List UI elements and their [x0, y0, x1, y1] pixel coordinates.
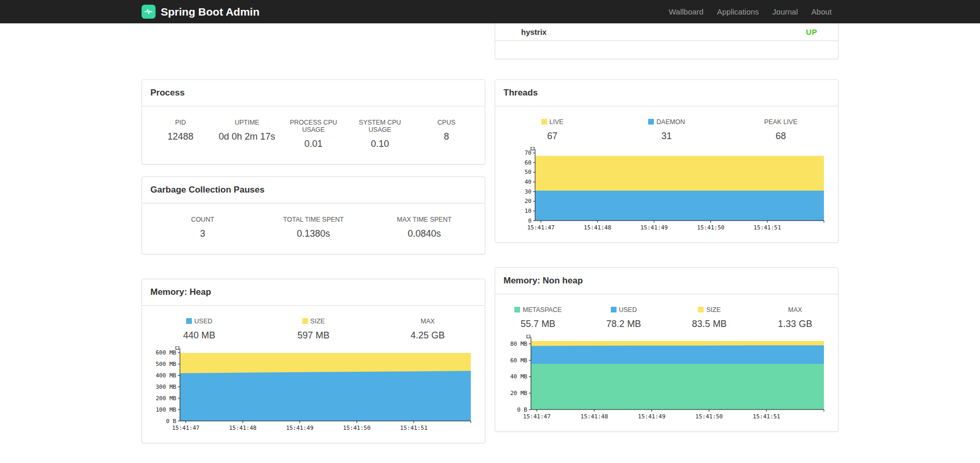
memory-nonheap-panel-title: Memory: Non heap — [495, 268, 838, 294]
nav-item-about[interactable]: About — [805, 7, 838, 16]
legend-value: 597 MB — [256, 330, 370, 341]
svg-text:60: 60 — [525, 159, 531, 166]
metric-uptime: UPTIME 0d 0h 2m 17s — [214, 119, 280, 149]
size-swatch-icon — [302, 318, 308, 324]
svg-text:15:41:49: 15:41:49 — [638, 413, 665, 420]
memory-heap-panel: Memory: Heap USED 440 MB SIZE 597 MB — [142, 279, 485, 443]
svg-text:0: 0 — [528, 217, 531, 224]
metric-value: 0.01 — [280, 139, 346, 149]
application-name: hystrix — [521, 28, 547, 36]
legend-item-live: LIVE 67 — [495, 117, 609, 142]
metric-gc-total-time: TOTAL TIME SPENT 0.1380s — [258, 216, 369, 239]
application-row-hystrix[interactable]: hystrix UP — [495, 23, 838, 41]
threads-legend: LIVE 67 DAEMON 31 PEAK LIVE 68 — [495, 117, 838, 142]
legend-item-metaspace: METASPACE 55.7 MB — [495, 305, 581, 330]
brand[interactable]: Spring Boot Admin — [142, 5, 260, 19]
metric-value: 12488 — [147, 131, 214, 142]
brand-logo-icon — [142, 5, 156, 19]
legend-item-used: USED 440 MB — [142, 316, 256, 341]
threads-panel: Threads LIVE 67 DAEMON 31 PEAK LIVE — [495, 79, 838, 243]
svg-text:0 B: 0 B — [166, 418, 176, 425]
svg-text:15:41:49: 15:41:49 — [640, 224, 668, 231]
svg-text:15:41:50: 15:41:50 — [343, 425, 371, 431]
svg-text:20 MB: 20 MB — [510, 390, 527, 397]
nonheap-chart: 0 B20 MB40 MB60 MB80 MB15:41:4715:41:481… — [503, 335, 830, 423]
svg-text:40: 40 — [525, 179, 531, 185]
process-panel-title: Process — [142, 80, 485, 106]
legend-value: 440 MB — [142, 330, 256, 341]
metric-gc-count: COUNT 3 — [147, 216, 258, 239]
metric-value: 0.0840s — [369, 228, 480, 239]
metric-label: MAX TIME SPENT — [369, 216, 480, 223]
legend-value: 1.33 GB — [752, 319, 838, 330]
brand-title: Spring Boot Admin — [161, 6, 260, 18]
memory-nonheap-panel: Memory: Non heap METASPACE 55.7 MB USED … — [495, 267, 838, 432]
svg-text:70: 70 — [525, 149, 531, 156]
nav-item-applications[interactable]: Applications — [710, 7, 766, 16]
svg-text:15:41:50: 15:41:50 — [695, 413, 723, 420]
applications-panel: hystrix UP — [495, 23, 838, 59]
metric-label: COUNT — [147, 216, 258, 223]
heap-chart: 0 B100 MB200 MB300 MB400 MB500 MB600 MB1… — [150, 346, 477, 434]
gc-panel-title: Garbage Collection Pauses — [142, 177, 485, 203]
metric-label: TOTAL TIME SPENT — [258, 216, 369, 223]
legend-item-used: USED 78.2 MB — [581, 305, 666, 330]
legend-value: 68 — [724, 131, 838, 142]
legend-value: 83.5 MB — [667, 319, 752, 330]
metaspace-swatch-icon — [514, 307, 520, 312]
svg-text:30: 30 — [525, 188, 531, 195]
svg-text:15:41:48: 15:41:48 — [584, 224, 611, 231]
heap-legend: USED 440 MB SIZE 597 MB MAX 4.25 GB — [142, 316, 485, 341]
svg-text:15:41:50: 15:41:50 — [697, 224, 724, 231]
svg-text:400 MB: 400 MB — [156, 372, 176, 379]
nonheap-legend: METASPACE 55.7 MB USED 78.2 MB SIZE 83.5… — [495, 305, 838, 330]
legend-value: 67 — [495, 131, 609, 142]
svg-text:80 MB: 80 MB — [510, 341, 527, 347]
heartbeat-icon — [144, 7, 153, 16]
process-panel: Process PID 12488 UPTIME 0d 0h 2m 17s PR… — [142, 79, 485, 165]
size-swatch-icon — [698, 307, 704, 312]
svg-text:0 B: 0 B — [517, 406, 527, 413]
left-column: Process PID 12488 UPTIME 0d 0h 2m 17s PR… — [142, 23, 485, 443]
threads-chart: 01020304050607015:41:4715:41:4815:41:491… — [503, 147, 830, 234]
live-swatch-icon — [541, 119, 547, 125]
metric-value: 3 — [147, 228, 258, 239]
threads-panel-title: Threads — [495, 80, 838, 106]
metric-label: SYSTEM CPU USAGE — [347, 119, 413, 133]
metric-value: 0d 0h 2m 17s — [214, 131, 280, 142]
used-swatch-icon — [186, 318, 192, 324]
metric-system-cpu: SYSTEM CPU USAGE 0.10 — [347, 119, 413, 149]
process-metrics: PID 12488 UPTIME 0d 0h 2m 17s PROCESS CP… — [142, 106, 485, 164]
right-column: hystrix UP Threads LIVE 67 DAEMON 31 — [495, 23, 838, 432]
legend-value: 4.25 GB — [371, 330, 485, 341]
nav-item-wallboard[interactable]: Wallboard — [662, 7, 710, 16]
legend-item-peak-live: PEAK LIVE 68 — [724, 117, 838, 142]
nav-item-journal[interactable]: Journal — [766, 7, 805, 16]
svg-text:500 MB: 500 MB — [156, 361, 176, 367]
svg-text:15:41:51: 15:41:51 — [753, 413, 780, 420]
svg-text:200 MB: 200 MB — [156, 395, 176, 402]
svg-text:15:41:47: 15:41:47 — [172, 425, 200, 431]
svg-text:60 MB: 60 MB — [510, 357, 527, 364]
metric-pid: PID 12488 — [147, 119, 214, 149]
legend-item-size: SIZE 597 MB — [256, 316, 370, 341]
svg-text:15:41:48: 15:41:48 — [581, 413, 608, 420]
legend-item-max: MAX 1.33 GB — [752, 305, 838, 330]
svg-text:20: 20 — [525, 198, 531, 205]
metric-label: PROCESS CPU USAGE — [280, 119, 346, 133]
svg-text:15:41:49: 15:41:49 — [286, 425, 314, 431]
svg-text:300 MB: 300 MB — [156, 384, 176, 390]
metric-process-cpu: PROCESS CPU USAGE 0.01 — [280, 119, 346, 149]
svg-text:600 MB: 600 MB — [156, 349, 176, 356]
metric-value: 8 — [413, 131, 480, 142]
metric-gc-max-time: MAX TIME SPENT 0.0840s — [369, 216, 480, 239]
legend-item-max: MAX 4.25 GB — [371, 316, 485, 341]
gc-panel: Garbage Collection Pauses COUNT 3 TOTAL … — [142, 176, 485, 254]
svg-text:15:41:51: 15:41:51 — [753, 224, 781, 231]
memory-heap-panel-title: Memory: Heap — [142, 279, 485, 306]
metric-cpus: CPUS 8 — [413, 119, 480, 149]
nonheap-chart-container: 0 B20 MB40 MB60 MB80 MB15:41:4715:41:481… — [495, 330, 838, 431]
metric-value: 0.1380s — [258, 228, 369, 239]
nav-links: Wallboard Applications Journal About — [662, 7, 838, 16]
svg-text:50: 50 — [525, 169, 531, 175]
